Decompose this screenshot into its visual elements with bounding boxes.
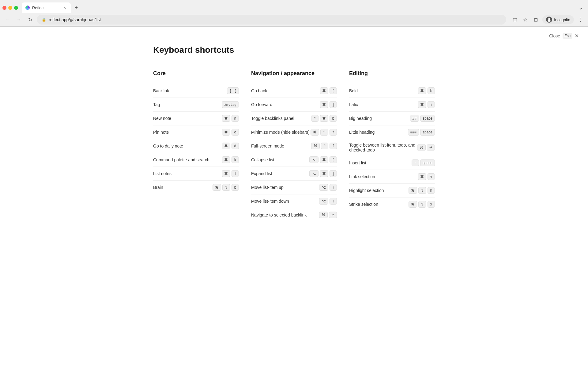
shortcut-keys: ## space	[410, 115, 435, 122]
browser-more-icon[interactable]: ⋮	[577, 16, 584, 23]
new-tab-button[interactable]: +	[72, 3, 81, 12]
shortcut-keys: ⌘ ]	[320, 101, 337, 108]
shortcut-row: List notes ⌘ l	[153, 167, 239, 181]
shortcut-name: Command palette and search	[153, 157, 222, 162]
shortcut-row: Pin note ⌘ o	[153, 125, 239, 139]
address-bar[interactable]: 🔒 reflect.app/g/sarahjonas/list	[37, 15, 506, 25]
forward-button[interactable]: →	[15, 15, 23, 24]
shortcut-row: Little heading ### space	[349, 125, 435, 139]
shortcut-row: Insert list - space	[349, 156, 435, 170]
shortcut-name: Minimize mode (hide sidebars)	[251, 130, 311, 135]
key-badge: -	[412, 159, 419, 166]
browser-menu-icon[interactable]: ⊡	[532, 16, 539, 23]
shortcut-keys: ⌘ ⇧ b	[213, 184, 239, 191]
shortcut-row: Tag #mytag	[153, 98, 239, 112]
shortcut-row: Backlink [ [	[153, 84, 239, 98]
page-content: Close Esc ✕ Keyboard shortcuts Core Back…	[0, 27, 588, 368]
key-badge: l	[232, 170, 239, 177]
key-badge: ⌘	[418, 87, 426, 94]
svg-point-1	[548, 20, 551, 22]
key-badge: ⌘	[418, 173, 426, 180]
big-heading-shortcut-row: Big heading ## space	[349, 112, 435, 125]
shortcut-row: Full-screen mode ⌘ ^ f	[251, 139, 337, 153]
shortcut-keys: [ [	[227, 87, 239, 94]
shortcut-row: Command palette and search ⌘ k	[153, 153, 239, 167]
shortcut-name: Collapse list	[251, 157, 309, 162]
close-x-icon[interactable]: ✕	[575, 33, 579, 39]
key-badge: f	[330, 129, 337, 136]
key-badge: ⌘	[320, 87, 328, 94]
minimize-window-button[interactable]	[8, 6, 12, 10]
shortcut-name: Little heading	[349, 130, 408, 135]
browser-tab[interactable]: Reflect ✕	[22, 2, 71, 13]
refresh-button[interactable]: ↻	[26, 15, 34, 24]
core-section-title: Core	[153, 70, 239, 77]
strike-selection-shortcut-row: Strike selection ⌘ ⇧ x	[349, 197, 435, 211]
esc-badge: Esc	[563, 33, 572, 39]
back-button[interactable]: ←	[4, 15, 12, 24]
shortcut-name: Highlight selection	[349, 188, 409, 193]
shortcut-keys: ⌘ [	[320, 87, 337, 94]
shortcut-name: Pin note	[153, 130, 222, 135]
shortcut-keys: ⌘ i	[418, 101, 435, 108]
shortcut-row: Bold ⌘ b	[349, 84, 435, 98]
incognito-badge[interactable]: Incognito	[542, 15, 574, 24]
shortcut-keys: ⌥ ↓	[319, 198, 337, 205]
shortcut-name: Brain	[153, 185, 213, 190]
editing-section-title: Editing	[349, 70, 435, 77]
key-badge: ⌘	[222, 156, 230, 163]
shortcut-keys: ⌘ ^ f	[311, 143, 337, 149]
key-badge: ⌘	[222, 129, 230, 136]
shortcut-row: New note ⌘ n	[153, 112, 239, 125]
incognito-avatar	[546, 17, 552, 23]
shortcut-name: Insert list	[349, 160, 412, 165]
shortcut-row: Brain ⌘ ⇧ b	[153, 181, 239, 194]
shortcut-keys: #mytag	[222, 101, 239, 108]
shortcut-row: Go to daily note ⌘ d	[153, 139, 239, 153]
key-badge: ⌘	[311, 143, 320, 149]
shortcut-name: Go back	[251, 88, 320, 93]
cast-icon[interactable]: ⬚	[511, 16, 518, 23]
key-badge: [	[330, 87, 337, 94]
key-badge: ⌘	[320, 101, 328, 108]
key-badge: ⌘	[320, 156, 328, 163]
bookmark-icon[interactable]: ☆	[522, 16, 529, 23]
maximize-window-button[interactable]	[14, 6, 18, 10]
key-badge: ⌥	[319, 184, 328, 191]
shortcut-keys: ⌘ v	[418, 173, 435, 180]
tab-title: Reflect	[32, 6, 60, 10]
key-badge: space	[420, 115, 435, 122]
shortcut-row: Move list-item down ⌥ ↓	[251, 194, 337, 208]
shortcut-keys: ⌘ l	[222, 170, 239, 177]
shortcut-row: Highlight selection ⌘ ⇧ h	[349, 184, 435, 197]
shortcut-row: Italic ⌘ i	[349, 98, 435, 112]
shortcut-keys: ⌘ ⇧ h	[409, 187, 435, 194]
shortcuts-container: Keyboard shortcuts Core Backlink [ [ Tag…	[141, 27, 447, 234]
close-window-button[interactable]	[2, 6, 6, 10]
shortcut-row: Minimize mode (hide sidebars) ⌘ ⌃ f	[251, 125, 337, 139]
shortcut-name: Toggle between list-item, todo, and chec…	[349, 143, 417, 152]
key-badge: [ [	[227, 87, 239, 94]
key-badge: o	[232, 129, 239, 136]
key-badge: f	[330, 143, 337, 149]
tab-close-button[interactable]: ✕	[62, 5, 67, 10]
key-badge: k	[232, 156, 239, 163]
shortcut-row: Toggle between list-item, todo, and chec…	[349, 139, 435, 156]
shortcut-name: Tag	[153, 102, 222, 107]
key-badge: ^	[321, 143, 328, 149]
shortcut-name: Full-screen mode	[251, 144, 311, 148]
close-button-area[interactable]: Close Esc ✕	[549, 33, 579, 39]
incognito-label: Incognito	[554, 17, 570, 22]
page-title: Keyboard shortcuts	[153, 45, 435, 55]
navigation-section: Navigation / appearance Go back ⌘ [ Go f…	[251, 70, 337, 222]
shortcut-keys: ⌥ ⌘ [	[309, 156, 337, 163]
shortcut-keys: ⌘ ↵	[417, 144, 435, 151]
traffic-lights	[2, 6, 18, 10]
tab-list-button[interactable]: ⌄	[576, 3, 586, 12]
tab-bar: Reflect ✕ + ⌄	[0, 0, 588, 13]
shortcut-keys: ⌥ ⌘ ]	[309, 170, 337, 177]
shortcut-keys: ⌘ ⇧ x	[409, 201, 435, 208]
shortcut-keys: - space	[412, 159, 435, 166]
shortcut-name: Go to daily note	[153, 144, 222, 148]
url-text: reflect.app/g/sarahjonas/list	[49, 17, 101, 22]
